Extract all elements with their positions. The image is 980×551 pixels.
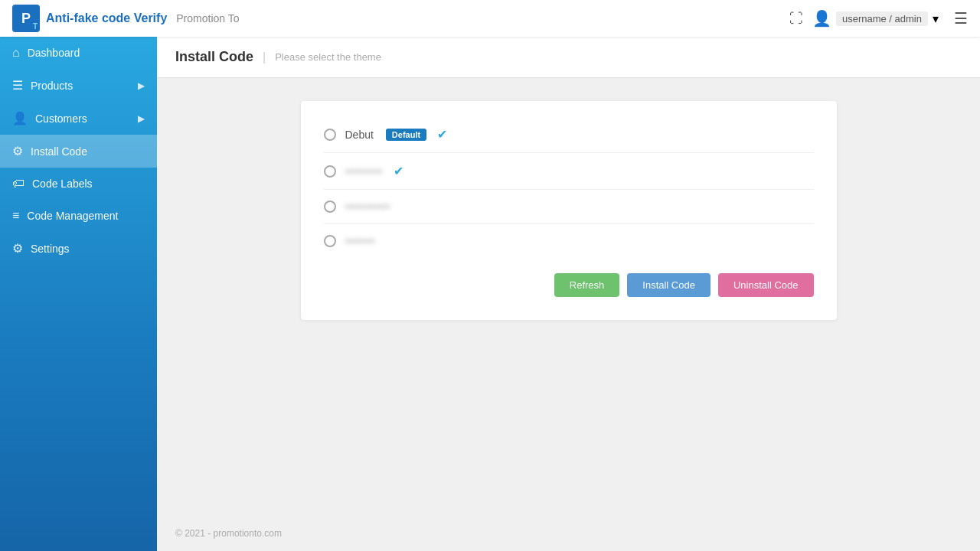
sidebar-item-code-management[interactable]: ≡ Code Management [0, 200, 157, 232]
theme-name-theme2: •••••••••• [345, 165, 383, 178]
page-header: Install Code | Please select the theme [157, 37, 980, 78]
theme-radio-theme4[interactable] [324, 235, 336, 247]
sidebar-icon-code-labels: 🏷 [12, 177, 24, 191]
sidebar-item-dashboard[interactable]: ⌂ Dashboard [0, 37, 157, 69]
sidebar-arrow-customers: ▶ [138, 113, 145, 124]
sidebar: ⌂ Dashboard ☰ Products ▶ 👤 Customers ▶ ⚙… [0, 37, 157, 551]
theme-list: Debut Default ✔ •••••••••• ✔ •••••••••••… [324, 116, 814, 258]
sidebar-item-left-dashboard: ⌂ Dashboard [12, 46, 80, 60]
sidebar-item-code-labels[interactable]: 🏷 Code Labels [0, 168, 157, 200]
footer-text: © 2021 - promotionto.com [175, 528, 282, 539]
theme-option-theme4[interactable]: •••••••• [324, 224, 814, 258]
app-title: Anti-fake code Verify [46, 11, 167, 25]
header-left: PT Anti-fake code Verify Promotion To [12, 5, 240, 32]
theme-name-theme4: •••••••• [345, 235, 375, 247]
sidebar-item-customers[interactable]: 👤 Customers ▶ [0, 102, 157, 135]
theme-radio-theme3[interactable] [324, 201, 336, 213]
sidebar-item-left-settings: ⚙ Settings [12, 241, 70, 256]
page-title: Install Code [175, 49, 253, 65]
expand-icon[interactable]: ⛶ [789, 11, 803, 27]
install-code-button[interactable]: Install Code [627, 273, 710, 297]
sidebar-item-left-customers: 👤 Customers [12, 111, 87, 126]
sidebar-icon-products: ☰ [12, 78, 23, 93]
theme-radio-theme2[interactable] [324, 165, 336, 178]
theme-card: Debut Default ✔ •••••••••• ✔ •••••••••••… [301, 101, 837, 320]
app-logo: PT [12, 5, 40, 32]
user-area[interactable]: 👤 username / admin ▾ [812, 9, 939, 28]
check-icon-theme2: ✔ [394, 164, 403, 178]
theme-badge-debut: Default [386, 129, 426, 141]
theme-radio-debut[interactable] [324, 129, 336, 141]
sidebar-icon-install-code: ⚙ [12, 144, 23, 158]
main-layout: ⌂ Dashboard ☰ Products ▶ 👤 Customers ▶ ⚙… [0, 37, 980, 551]
check-icon-debut: ✔ [437, 127, 447, 142]
sidebar-icon-dashboard: ⌂ [12, 46, 20, 60]
sidebar-item-left-code-management: ≡ Code Management [12, 209, 118, 223]
buttons-row: Refresh Install Code Uninstall Code [324, 273, 814, 297]
sidebar-item-left-code-labels: 🏷 Code Labels [12, 177, 93, 191]
sidebar-label-install-code: Install Code [31, 145, 87, 158]
sidebar-arrow-products: ▶ [138, 80, 145, 91]
theme-name-theme3: •••••••••••• [345, 201, 390, 213]
user-name: username / admin [836, 11, 928, 26]
user-dropdown-icon: ▾ [933, 11, 939, 26]
theme-name-debut: Debut [345, 129, 374, 141]
sidebar-label-code-management: Code Management [27, 210, 118, 222]
user-icon: 👤 [812, 9, 831, 28]
promotion-label: Promotion To [176, 12, 239, 24]
sidebar-item-left-install-code: ⚙ Install Code [12, 144, 87, 158]
sidebar-item-install-code[interactable]: ⚙ Install Code [0, 135, 157, 168]
refresh-button[interactable]: Refresh [554, 273, 620, 297]
theme-option-debut[interactable]: Debut Default ✔ [324, 116, 814, 153]
content-area: Debut Default ✔ •••••••••• ✔ •••••••••••… [157, 78, 980, 516]
sidebar-icon-settings: ⚙ [12, 241, 23, 256]
logo-sub: T [33, 22, 38, 31]
sidebar-label-settings: Settings [31, 243, 70, 255]
sidebar-icon-customers: 👤 [12, 111, 28, 126]
page-subtitle: Please select the theme [275, 51, 381, 63]
theme-option-theme3[interactable]: •••••••••••• [324, 190, 814, 224]
sidebar-label-code-labels: Code Labels [32, 178, 93, 190]
uninstall-code-button[interactable]: Uninstall Code [718, 273, 814, 297]
sidebar-item-settings[interactable]: ⚙ Settings [0, 232, 157, 265]
sidebar-item-left-products: ☰ Products [12, 78, 73, 93]
footer: © 2021 - promotionto.com [157, 516, 980, 551]
app-header: PT Anti-fake code Verify Promotion To ⛶ … [0, 0, 980, 37]
sidebar-label-products: Products [31, 80, 73, 92]
main-content: Install Code | Please select the theme D… [157, 37, 980, 551]
sidebar-item-products[interactable]: ☰ Products ▶ [0, 69, 157, 102]
theme-option-theme2[interactable]: •••••••••• ✔ [324, 153, 814, 190]
hamburger-icon[interactable]: ☰ [954, 9, 968, 28]
sidebar-label-customers: Customers [35, 112, 87, 125]
header-right: ⛶ 👤 username / admin ▾ ☰ [789, 9, 968, 28]
sidebar-icon-code-management: ≡ [12, 209, 19, 223]
sidebar-label-dashboard: Dashboard [28, 47, 80, 59]
